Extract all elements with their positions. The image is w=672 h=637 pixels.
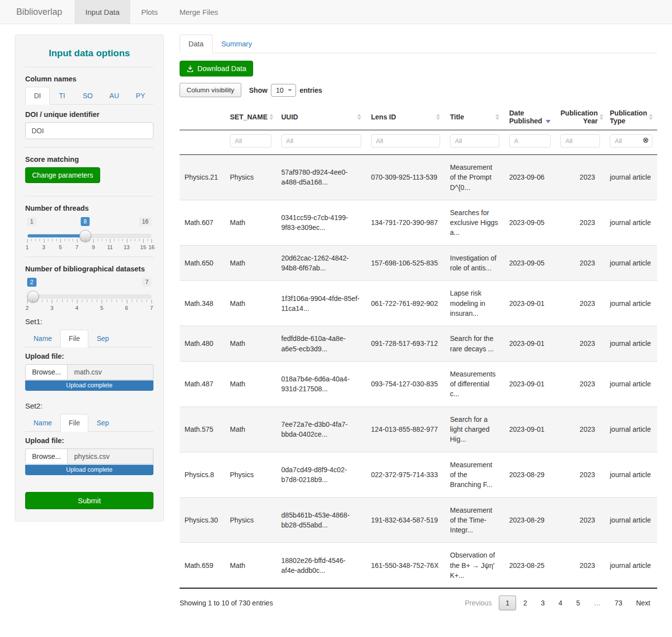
- pagination-button-73[interactable]: 73: [608, 596, 630, 610]
- table-row[interactable]: Math.480Mathfedfd8de-610a-4a8e-a6e5-ecb3…: [180, 326, 657, 362]
- download-label: Download Data: [197, 65, 246, 73]
- row-names-filter-cell: [180, 130, 225, 155]
- datasets-slider[interactable]: 72234567: [27, 295, 151, 299]
- column-header-lens-id[interactable]: Lens ID: [366, 104, 445, 130]
- column-filter-input[interactable]: [230, 134, 271, 148]
- column-filter-input[interactable]: [560, 134, 600, 148]
- table-info: Showing 1 to 10 of 730 entries: [180, 599, 273, 607]
- set2-tab-name[interactable]: Name: [25, 414, 60, 432]
- uuid-cell: 018a7b4e-6d6a-40a4-931d-217508...: [276, 361, 366, 407]
- row-name-cell: Physics.30: [180, 497, 225, 543]
- set1-file-name[interactable]: math.csv: [68, 364, 153, 380]
- slider-track: [27, 295, 151, 299]
- set2-tab-sep[interactable]: Sep: [88, 414, 117, 432]
- slider-tick-label: 13: [123, 244, 129, 250]
- set1-browse-button[interactable]: Browse...: [25, 364, 68, 380]
- table-row[interactable]: Math.348Math1f3f106a-9904-4fde-85ef-11ca…: [180, 281, 657, 326]
- doi-label: DOI / unique identifier: [25, 111, 153, 118]
- pagination-button-3[interactable]: 3: [534, 596, 552, 610]
- row-name-cell: Math.650: [180, 245, 225, 281]
- date-published-cell: 2023-09-01: [504, 326, 556, 362]
- set2-label: Set2:: [25, 402, 153, 410]
- set2-tab-file[interactable]: File: [60, 414, 88, 432]
- nav-tab-input-data[interactable]: Input Data: [75, 0, 130, 24]
- page-length-select[interactable]: 10: [271, 84, 296, 97]
- column-header-publication-year[interactable]: Publication Year: [556, 104, 605, 130]
- sort-icon[interactable]: [495, 114, 499, 120]
- slider-value-label: 2: [27, 278, 37, 287]
- slider-tick-label: 7: [150, 305, 153, 311]
- clear-filter-icon[interactable]: ⊗: [642, 136, 649, 145]
- tab-summary[interactable]: Summary: [213, 35, 261, 53]
- pagination-button-2[interactable]: 2: [516, 596, 534, 610]
- pagination-button-4[interactable]: 4: [552, 596, 569, 610]
- column-filter-cell: [445, 130, 504, 155]
- set1-tab-sep[interactable]: Sep: [88, 330, 117, 347]
- column-filter-input[interactable]: [450, 134, 499, 148]
- table-row[interactable]: Physics.21Physics57af9780-d924-4ee0-a488…: [180, 155, 657, 200]
- doi-input[interactable]: [25, 122, 153, 139]
- sidebar: Input data options Column names DITISOAU…: [15, 35, 164, 522]
- pagination-button-5[interactable]: 5: [569, 596, 587, 610]
- table-row[interactable]: Physics.8Physics0da7cd49-d8f9-4c02-b7d8-…: [180, 452, 657, 497]
- column-header-publication-type[interactable]: Publication Type: [605, 104, 657, 130]
- set1-tabs: NameFileSep: [25, 330, 153, 347]
- sort-icon[interactable]: [357, 114, 361, 120]
- set1-tab-file[interactable]: File: [60, 330, 88, 347]
- date-published-cell: 2023-09-05: [504, 200, 556, 245]
- set2-browse-button[interactable]: Browse...: [25, 449, 68, 464]
- set-name-cell: Math: [225, 200, 276, 245]
- set2-file-name[interactable]: physics.csv: [68, 449, 153, 464]
- sort-icon[interactable]: [269, 114, 273, 120]
- submit-button[interactable]: Submit: [25, 492, 153, 509]
- set-name-cell: Math: [225, 407, 276, 452]
- publication-year-cell: 2023: [556, 407, 605, 452]
- set1-tab-name[interactable]: Name: [25, 330, 60, 347]
- slider-grid: 234567: [27, 300, 151, 313]
- slider-grid: 1357911131516: [27, 239, 151, 253]
- sort-icon[interactable]: [599, 114, 603, 120]
- table-row[interactable]: Math.575Math7ee72a7e-d3b0-4fa7-bbda-0402…: [180, 407, 657, 452]
- column-tab-py[interactable]: PY: [127, 87, 153, 105]
- column-filter-input[interactable]: [371, 134, 440, 148]
- column-tab-au[interactable]: AU: [101, 87, 127, 105]
- download-data-button[interactable]: Download Data: [180, 61, 253, 76]
- pagination-button-1[interactable]: 1: [499, 596, 517, 610]
- sort-icon[interactable]: [436, 114, 440, 120]
- column-header-set-name[interactable]: SET_NAME: [225, 104, 276, 130]
- tab-data[interactable]: Data: [180, 35, 213, 53]
- column-filter-input[interactable]: [281, 134, 361, 148]
- table-row[interactable]: Math.650Math20d62cac-1262-4842-94b8-6f67…: [180, 245, 657, 281]
- column-header-title[interactable]: Title: [445, 104, 504, 130]
- nav-tab-plots[interactable]: Plots: [130, 0, 168, 24]
- publication-type-cell: journal article: [605, 326, 657, 362]
- column-header-uuid[interactable]: UUID: [276, 104, 366, 130]
- table-row[interactable]: Physics.30Physicsd85b461b-453e-4868-bb28…: [180, 497, 657, 543]
- date-published-cell: 2023-09-01: [504, 407, 556, 452]
- slider-tick-label: 9: [92, 244, 95, 250]
- slider-tick-label: 3: [50, 305, 53, 311]
- nav-tab-merge-files[interactable]: Merge Files: [169, 0, 229, 24]
- table-row[interactable]: Math.607Math0341cc59-c7cb-4199-9f83-e309…: [180, 200, 657, 245]
- pagination-button-next[interactable]: Next: [629, 596, 657, 610]
- column-filter-input[interactable]: [509, 134, 551, 148]
- column-header-date-published[interactable]: Date Published: [504, 104, 556, 130]
- column-tab-ti[interactable]: TI: [50, 87, 75, 105]
- column-tab-so[interactable]: SO: [75, 87, 101, 105]
- set-name-cell: Math: [225, 326, 276, 362]
- set-name-cell: Physics: [225, 155, 276, 200]
- uuid-cell: 0341cc59-c7cb-4199-9f83-e309ec...: [276, 200, 366, 245]
- sidebar-title: Input data options: [25, 48, 153, 59]
- change-parameters-button[interactable]: Change parameters: [25, 167, 100, 183]
- publication-type-cell: journal article: [605, 452, 657, 497]
- uuid-cell: 0da7cd49-d8f9-4c02-b7d8-0218b9...: [276, 452, 366, 497]
- column-visibility-button[interactable]: Column visibility: [180, 83, 241, 97]
- table-row[interactable]: Math.659Math18802e26-bffd-4546-af4e-addb…: [180, 543, 657, 588]
- publication-year-cell: 2023: [556, 543, 605, 588]
- title-cell: Search for a light charged Hig...: [445, 407, 504, 452]
- column-tab-di[interactable]: DI: [25, 87, 50, 105]
- sort-icon[interactable]: [649, 114, 653, 120]
- table-row[interactable]: Math.487Math018a7b4e-6d6a-40a4-931d-2175…: [180, 361, 657, 407]
- navbar: Biblioverlap Input DataPlotsMerge Files: [0, 0, 672, 24]
- threads-slider[interactable]: 11681357911131516: [27, 234, 151, 238]
